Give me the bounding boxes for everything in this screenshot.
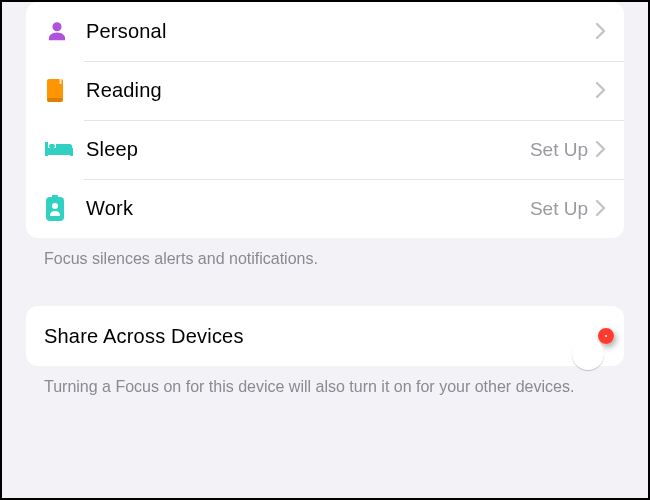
focus-row-label: Work (86, 197, 530, 220)
svg-point-0 (52, 22, 61, 31)
chevron-right-icon (596, 139, 606, 161)
focus-row-label: Personal (86, 20, 596, 43)
svg-rect-7 (49, 144, 55, 148)
svg-point-10 (52, 203, 58, 209)
focus-row-personal[interactable]: Personal (26, 2, 624, 61)
share-group-footer: Turning a Focus on for this device will … (26, 366, 624, 398)
focus-row-label: Reading (86, 79, 596, 102)
svg-rect-4 (45, 148, 73, 155)
svg-rect-9 (52, 195, 58, 199)
focus-row-label: Sleep (86, 138, 530, 161)
focus-row-status: Set Up (530, 198, 588, 220)
focus-row-reading[interactable]: Reading (26, 61, 624, 120)
svg-rect-3 (60, 79, 62, 84)
focus-row-status: Set Up (530, 139, 588, 161)
share-group: Share Across Devices (26, 306, 624, 366)
badge-icon (44, 195, 86, 223)
svg-rect-5 (45, 142, 48, 156)
chevron-right-icon (596, 198, 606, 220)
focus-group-footer: Focus silences alerts and notifications. (26, 238, 624, 270)
share-label: Share Across Devices (44, 325, 600, 348)
svg-rect-2 (47, 98, 63, 102)
bed-icon (44, 139, 86, 161)
svg-rect-6 (70, 148, 73, 156)
share-across-devices-row[interactable]: Share Across Devices (26, 306, 624, 366)
focus-row-work[interactable]: Work Set Up (26, 179, 624, 238)
chevron-right-icon (596, 80, 606, 102)
callout-highlight (600, 330, 612, 342)
focus-modes-group: Personal Reading Sleep Set Up (26, 2, 624, 238)
book-icon (44, 78, 86, 104)
focus-row-sleep[interactable]: Sleep Set Up (26, 120, 624, 179)
person-icon (44, 19, 86, 45)
chevron-right-icon (596, 21, 606, 43)
